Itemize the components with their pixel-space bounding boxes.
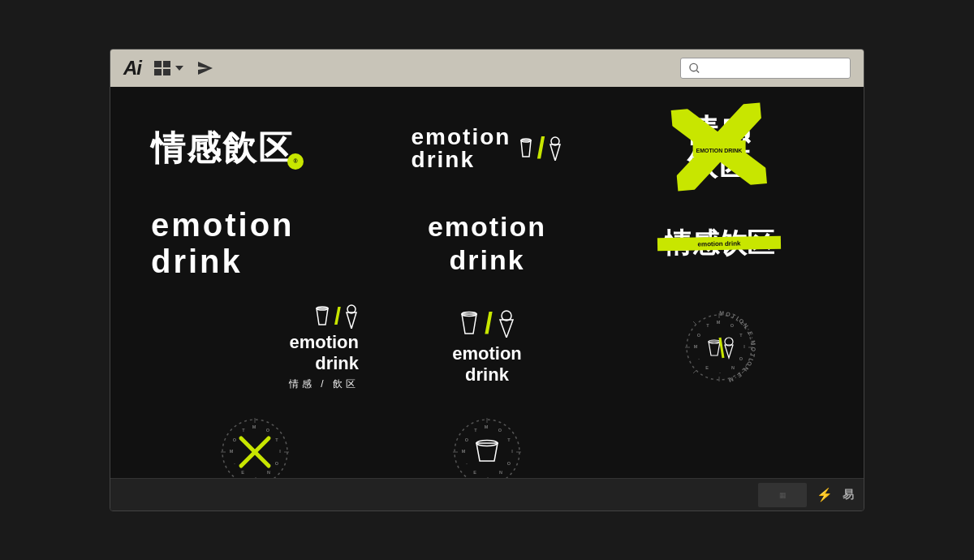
emotion-drink-right: emotiondrink <box>289 332 359 375</box>
svg-rect-1 <box>163 61 170 67</box>
icecream-icon <box>548 136 562 161</box>
svg-text:E: E <box>473 470 476 475</box>
svg-text:I: I <box>279 449 281 454</box>
svg-text:O: O <box>498 428 502 433</box>
svg-text:T: T <box>739 333 743 338</box>
svg-text:M: M <box>252 424 256 429</box>
send-button[interactable] <box>196 60 214 76</box>
svg-line-26 <box>742 370 745 373</box>
bottombar: ▦ ⚡ 易 <box>110 478 864 510</box>
svg-text:E: E <box>241 470 244 475</box>
svg-text:T: T <box>474 428 477 433</box>
cup-icon <box>519 137 533 160</box>
logo-cell-7: / emotiondrink 情感 / 飲区 <box>143 296 367 400</box>
svg-text:M: M <box>485 424 489 429</box>
svg-line-23 <box>693 321 696 325</box>
illustrator-window: Ai <box>110 49 864 511</box>
emotion-drink-large: emotion drink <box>151 207 359 280</box>
svg-text:O: O <box>697 333 701 338</box>
canvas-area: 情感飲区 ® emotion drink / <box>110 87 864 478</box>
emotion-drink-two-line: emotiondrink <box>428 210 546 277</box>
svg-text:E: E <box>705 365 709 370</box>
svg-text:T: T <box>275 437 278 442</box>
svg-text:·: · <box>487 475 489 478</box>
strike-overlay-text: emotion drink <box>697 239 740 248</box>
tick-marks-1: M O T I O N · E · M O T <box>683 311 756 384</box>
tick-marks-3: M O T I O N · E · M O T <box>450 416 524 478</box>
grid-view-button[interactable] <box>154 61 183 75</box>
ai-logo: Ai <box>123 57 141 80</box>
bottom-text-icon: 易 <box>843 488 854 502</box>
svg-text:M: M <box>717 320 721 325</box>
bottom-thumbnail: ▦ <box>758 483 807 507</box>
svg-text:·: · <box>234 461 235 466</box>
emotion-drink-center-lg: emotiondrink <box>452 343 522 386</box>
svg-text:N: N <box>499 470 502 475</box>
overlay-brand-text: EMOTION DRINK <box>693 140 746 157</box>
slash-icon: / <box>537 134 545 163</box>
cup-icon-lg <box>459 311 480 337</box>
svg-line-25 <box>693 370 696 373</box>
tick-marks-2: M O T I O N · E · M O T <box>218 416 291 478</box>
svg-text:O: O <box>233 437 237 442</box>
svg-point-4 <box>690 63 697 71</box>
svg-text:T: T <box>507 437 511 442</box>
svg-text:I: I <box>511 449 513 454</box>
svg-point-13 <box>502 311 511 321</box>
titlebar: Ai <box>110 50 864 87</box>
svg-text:O: O <box>739 356 743 361</box>
chinese-large-text: 情感飲区 <box>151 131 294 166</box>
icecream-lg <box>498 310 515 338</box>
svg-text:N: N <box>267 470 270 475</box>
slash-lg: / <box>485 309 493 338</box>
chinese-sub-text: 情感 / 飲区 <box>289 377 359 391</box>
drink-text: drink <box>412 149 475 171</box>
bottom-slash-icon: ⚡ <box>817 487 833 502</box>
svg-rect-0 <box>154 61 162 67</box>
logo-cell-10: M O T I O N · E · M O T <box>143 407 367 478</box>
svg-text:T: T <box>706 323 709 328</box>
svg-text:·: · <box>698 356 700 361</box>
svg-text:·: · <box>255 475 256 478</box>
svg-rect-3 <box>163 69 170 75</box>
svg-text:O: O <box>730 323 735 328</box>
svg-text:M: M <box>694 344 698 349</box>
svg-text:O: O <box>465 437 469 442</box>
icecream-sm <box>344 304 359 329</box>
svg-text:T: T <box>242 428 245 433</box>
logo-cell-6: 情感饮区 emotion drink <box>607 199 831 288</box>
cup-icon-sm <box>313 305 331 328</box>
svg-text:O: O <box>275 461 279 466</box>
brand-badge: ® <box>287 153 304 170</box>
svg-rect-2 <box>154 69 162 75</box>
svg-line-5 <box>696 71 699 73</box>
emotion-text: emotion <box>412 126 511 149</box>
svg-text:N: N <box>731 365 735 370</box>
logo-cell-1: 情感飲区 ® <box>143 106 367 191</box>
svg-text:O: O <box>507 461 511 466</box>
slash-sm: / <box>334 304 341 329</box>
logo-cell-5: emotiondrink <box>375 199 599 288</box>
svg-text:·: · <box>719 370 721 375</box>
svg-text:·: · <box>466 461 468 466</box>
svg-text:M: M <box>462 449 466 454</box>
logo-cell-4: emotion drink <box>143 199 367 288</box>
logo-cell-2: emotion drink / <box>375 106 599 191</box>
logo-cell-9: M O T I O N · E · M O T I O N · E · M <box>607 296 831 400</box>
logo-cell-11: M O T I O N · E · M O T <box>375 407 599 478</box>
search-bar[interactable] <box>680 58 851 79</box>
svg-line-24 <box>742 321 745 325</box>
logo-cell-3: 情感飲区 EMOTION DRINK <box>607 106 831 191</box>
svg-text:I: I <box>743 344 745 349</box>
svg-text:O: O <box>266 428 270 433</box>
logo-cell-8: / emotiondrink <box>375 296 599 400</box>
svg-text:M: M <box>230 449 234 454</box>
search-input[interactable] <box>700 62 842 75</box>
